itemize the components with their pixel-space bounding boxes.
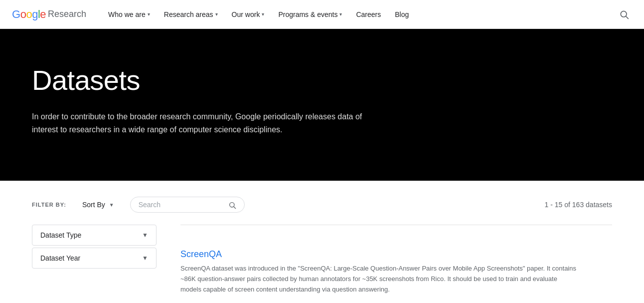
content-area: Dataset Type▼Dataset Year▼ ScreenQAScree… [0,225,644,303]
datasets-list: ScreenQAScreenQA dataset was introduced … [180,237,612,303]
chevron-down-icon: ▾ [215,11,218,17]
chevron-down-icon: ▾ [262,11,264,17]
dataset-title[interactable]: ScreenQA [180,249,612,260]
dataset-description: ScreenQA dataset was introduced in the "… [180,264,579,295]
nav-item-careers[interactable]: Careers [350,7,387,21]
nav-item-programs-&-events[interactable]: Programs & events ▾ [272,7,348,21]
nav-item-research-areas[interactable]: Research areas ▾ [158,7,224,21]
nav-links: Who we are ▾Research areas ▾Our work ▾Pr… [102,7,616,21]
nav-search-icon[interactable] [616,6,632,22]
left-panel: Dataset Type▼Dataset Year▼ [32,225,157,303]
chevron-down-icon: ▾ [339,11,342,17]
nav-item-who-we-are[interactable]: Who we are ▾ [102,7,156,21]
filter-dropdowns: Dataset Type▼Dataset Year▼ [32,225,157,269]
logo-link[interactable]: Google Research [12,8,86,21]
search-input[interactable] [139,201,224,209]
filter-dropdown-label-1: Dataset Year [40,254,80,262]
chevron-down-icon: ▾ [148,11,150,17]
right-panel: ScreenQAScreenQA dataset was introduced … [180,225,612,303]
filter-dropdown-label-0: Dataset Type [40,231,81,239]
nav-right [616,6,632,22]
nav-item-blog[interactable]: Blog [389,7,415,21]
research-label: Research [48,9,86,19]
search-box [130,197,245,213]
divider [180,225,612,225]
results-count: 1 - 15 of 163 datasets [545,201,612,209]
svg-line-1 [626,16,629,18]
chevron-down-icon: ▼ [142,255,148,262]
filter-section: FILTER BY: Sort By ▼ 1 - 15 of 163 datas… [0,181,644,213]
hero-description: In order to contribute to the broader re… [32,110,371,136]
nav-item-our-work[interactable]: Our work ▾ [226,7,271,21]
chevron-down-icon: ▼ [142,232,148,239]
main-nav: Google Research Who we are ▾Research are… [0,0,644,29]
hero-title: Datasets [32,64,612,96]
search-icon[interactable] [228,200,236,209]
filter-top-row: FILTER BY: Sort By ▼ 1 - 15 of 163 datas… [32,197,612,213]
sort-by-button[interactable]: Sort By ▼ [78,199,118,211]
svg-line-3 [234,207,236,209]
sort-dropdown-icon: ▼ [109,202,114,208]
filter-dropdown-1[interactable]: Dataset Year▼ [32,248,157,269]
google-logo: Google [12,8,46,21]
dataset-item: ScreenQAScreenQA dataset was introduced … [180,237,612,303]
sort-by-label: Sort By [82,201,105,209]
filter-dropdown-0[interactable]: Dataset Type▼ [32,225,157,246]
filter-by-label: FILTER BY: [32,202,66,208]
hero-section: Datasets In order to contribute to the b… [0,29,644,181]
